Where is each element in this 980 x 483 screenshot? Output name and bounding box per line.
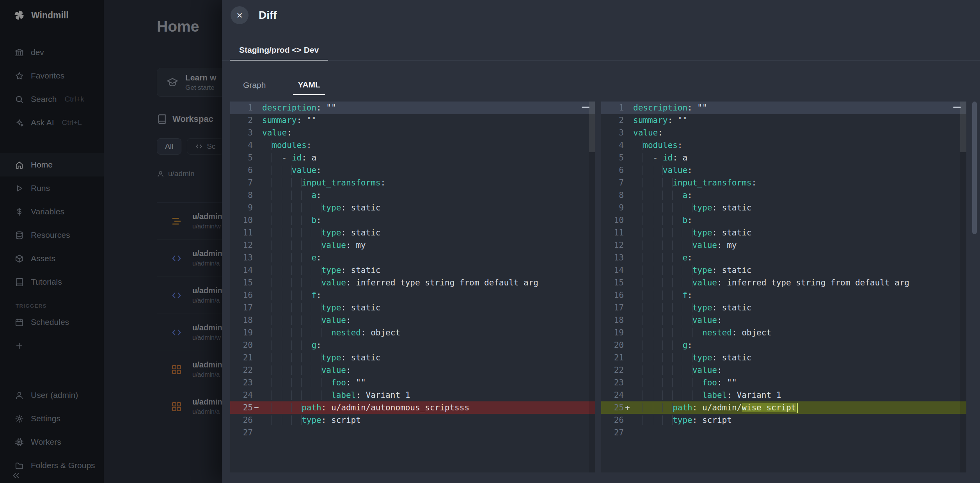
line-number: 21 [601, 351, 624, 364]
drawer-scrollbar-thumb[interactable] [972, 102, 977, 234]
minimize-icon[interactable] [582, 107, 589, 108]
code-line[interactable]: 17 type: static [601, 301, 966, 314]
diff-sign [253, 364, 262, 376]
code-line[interactable]: 20 g: [601, 339, 966, 351]
code-line[interactable]: 3value: [230, 127, 595, 139]
line-number: 11 [230, 226, 253, 239]
code-line[interactable]: 9 type: static [230, 201, 595, 214]
panel-scrollbar[interactable] [589, 102, 595, 472]
code-line[interactable]: 24 label: Variant 1 [230, 389, 595, 401]
code-line[interactable]: 6 value: [230, 164, 595, 176]
code-line[interactable]: 1description: "" [230, 102, 595, 114]
code-line[interactable]: 14 type: static [601, 264, 966, 276]
code-line[interactable]: 4 modules: [601, 139, 966, 151]
code-line[interactable]: 6 value: [601, 164, 966, 176]
line-number: 5 [230, 151, 253, 164]
code-line[interactable]: 16 f: [601, 289, 966, 301]
code-line[interactable]: 18 value: [230, 314, 595, 326]
code-line[interactable]: 16 f: [230, 289, 595, 301]
line-number: 5 [601, 151, 624, 164]
code-line[interactable]: 21 type: static [230, 351, 595, 364]
code-line[interactable]: 20 g: [230, 339, 595, 351]
code-line[interactable]: 10 b: [230, 214, 595, 226]
code-line[interactable]: 10 b: [601, 214, 966, 226]
code-line[interactable]: 27 [230, 426, 595, 439]
line-number: 22 [601, 364, 624, 376]
code-line[interactable]: 25+ path: u/admin/wise_script [601, 401, 966, 414]
close-button[interactable]: × [231, 6, 249, 24]
line-number: 12 [230, 239, 253, 251]
code-line[interactable]: 17 type: static [230, 301, 595, 314]
code-line[interactable]: 7 input_transforms: [230, 176, 595, 189]
tab-graph[interactable]: Graph [238, 75, 270, 95]
line-number: 6 [230, 164, 253, 176]
code-line[interactable]: 19 nested: object [601, 326, 966, 339]
minimize-icon[interactable] [953, 107, 961, 108]
diff-sign [624, 339, 633, 351]
panel-scrollbar-thumb[interactable] [960, 102, 966, 152]
code-line[interactable]: 3value: [601, 127, 966, 139]
line-number: 25 [601, 401, 624, 414]
diff-sign [253, 214, 262, 226]
tab-yaml[interactable]: YAML [293, 75, 325, 95]
line-number: 6 [601, 164, 624, 176]
code-line[interactable]: 27 [601, 426, 966, 439]
panel-scrollbar-thumb[interactable] [589, 102, 595, 152]
code-line[interactable]: 8 a: [230, 189, 595, 201]
line-number: 15 [601, 276, 624, 289]
code-line[interactable]: 25− path: u/admin/autonomous_scriptsss [230, 401, 595, 414]
code-line[interactable]: 5 - id: a [601, 151, 966, 164]
code-line[interactable]: 26 type: script [601, 414, 966, 426]
code-line[interactable]: 11 type: static [230, 226, 595, 239]
diff-sign [253, 301, 262, 314]
diff-sign [624, 426, 633, 439]
code-line[interactable]: 9 type: static [601, 201, 966, 214]
code-line[interactable]: 12 value: my [230, 239, 595, 251]
diff-sign: + [624, 401, 633, 414]
code-line[interactable]: 7 input_transforms: [601, 176, 966, 189]
text-cursor [797, 403, 798, 413]
code-line[interactable]: 13 e: [230, 251, 595, 264]
panel-scrollbar[interactable] [960, 102, 966, 472]
code-line[interactable]: 23 foo: "" [601, 376, 966, 389]
diff-sign [624, 214, 633, 226]
code-line[interactable]: 5 - id: a [230, 151, 595, 164]
code-line[interactable]: 26 type: script [230, 414, 595, 426]
line-number: 18 [230, 314, 253, 326]
code-line[interactable]: 8 a: [601, 189, 966, 201]
line-number: 15 [230, 276, 253, 289]
diff-drawer: × Diff Staging/prod <> Dev Graph YAML 1d… [222, 0, 980, 483]
line-number: 1 [601, 102, 624, 114]
diff-sign [253, 414, 262, 426]
line-number: 26 [230, 414, 253, 426]
diff-sign [624, 301, 633, 314]
line-number: 18 [601, 314, 624, 326]
code-line[interactable]: 2summary: "" [601, 114, 966, 127]
code-line[interactable]: 15 value: inferred type string from defa… [230, 276, 595, 289]
diff-sign [624, 326, 633, 339]
code-line[interactable]: 2summary: "" [230, 114, 595, 127]
code-line[interactable]: 22 value: [601, 364, 966, 376]
line-number: 20 [601, 339, 624, 351]
diff-sign [253, 314, 262, 326]
code-line[interactable]: 13 e: [601, 251, 966, 264]
code-line[interactable]: 24 label: Variant 1 [601, 389, 966, 401]
line-number: 2 [601, 114, 624, 127]
line-number: 7 [230, 176, 253, 189]
code-line[interactable]: 4 modules: [230, 139, 595, 151]
code-line[interactable]: 22 value: [230, 364, 595, 376]
diff-sign [253, 239, 262, 251]
diff-tab-row: Staging/prod <> Dev [222, 40, 980, 61]
code-line[interactable]: 14 type: static [230, 264, 595, 276]
code-line[interactable]: 1description: "" [601, 102, 966, 114]
code-line[interactable]: 21 type: static [601, 351, 966, 364]
code-line[interactable]: 15 value: inferred type string from defa… [601, 276, 966, 289]
code-line[interactable]: 23 foo: "" [230, 376, 595, 389]
code-line[interactable]: 11 type: static [601, 226, 966, 239]
code-line[interactable]: 19 nested: object [230, 326, 595, 339]
code-line[interactable]: 18 value: [601, 314, 966, 326]
code-line[interactable]: 12 value: my [601, 239, 966, 251]
diff-sign [624, 164, 633, 176]
diff-sign [624, 414, 633, 426]
tab-staging-prod-dev[interactable]: Staging/prod <> Dev [230, 40, 328, 61]
